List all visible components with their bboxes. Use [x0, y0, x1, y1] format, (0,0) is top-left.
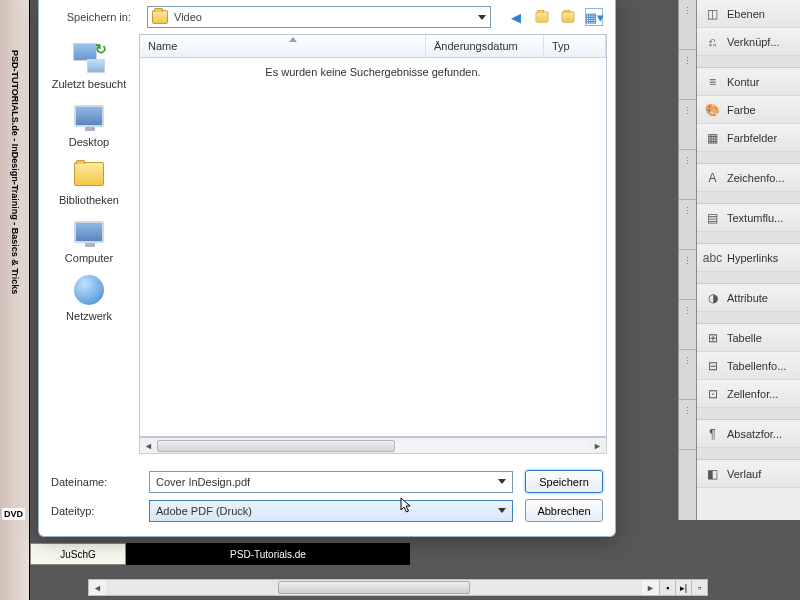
video-bottom-bar: JuSchG PSD-Tutorials.de: [30, 543, 410, 565]
save-button[interactable]: Speichern: [525, 470, 603, 493]
panel-row[interactable]: ▤Textumflu...: [697, 204, 800, 232]
panel-gap: [697, 152, 800, 164]
back-button[interactable]: ◀: [507, 8, 525, 26]
panel-icon: ⊞: [705, 330, 720, 345]
scroll-thumb[interactable]: [157, 440, 395, 452]
filename-label: Dateiname:: [51, 476, 137, 488]
panel-icon: ¶: [705, 426, 720, 441]
place-network[interactable]: Netzwerk: [66, 274, 112, 322]
toggle-handle[interactable]: ⋮: [679, 400, 696, 450]
panel-row[interactable]: ¶Absatzfor...: [697, 420, 800, 448]
document-hscroll[interactable]: ◄ ► ▪ ▸| ▫: [88, 579, 708, 596]
scroll-extra[interactable]: ▪: [659, 580, 675, 595]
toggle-handle[interactable]: ⋮: [679, 0, 696, 50]
col-type[interactable]: Typ: [544, 35, 606, 57]
panel-row[interactable]: ⊞Tabelle: [697, 324, 800, 352]
toggle-handle[interactable]: ⋮: [679, 200, 696, 250]
toggle-handle[interactable]: ⋮: [679, 100, 696, 150]
toggle-handle[interactable]: ⋮: [679, 50, 696, 100]
cancel-button[interactable]: Abbrechen: [525, 499, 603, 522]
panel-label: Ebenen: [727, 8, 765, 20]
chevron-down-icon[interactable]: [498, 479, 506, 484]
brand-box: PSD-Tutorials.de: [126, 543, 410, 565]
place-network-label: Netzwerk: [66, 310, 112, 322]
toggle-handle[interactable]: ⋮: [679, 150, 696, 200]
panel-row[interactable]: ≡Kontur: [697, 68, 800, 96]
new-folder-button[interactable]: [559, 8, 577, 26]
panel-row[interactable]: ◑Attribute: [697, 284, 800, 312]
panel-stack: ◫Ebenen⎌Verknüpf...≡Kontur🎨Farbe▦Farbfel…: [696, 0, 800, 520]
chevron-down-icon: [478, 15, 486, 20]
panel-icon: ⊟: [705, 358, 720, 373]
scroll-left-icon[interactable]: ◄: [89, 580, 106, 595]
panel-label: Attribute: [727, 292, 768, 304]
panel-icon: ▤: [705, 210, 720, 225]
toggle-handle[interactable]: ⋮: [679, 350, 696, 400]
panel-icon: ⊡: [705, 386, 720, 401]
place-libraries[interactable]: Bibliotheken: [59, 158, 119, 206]
panel-row[interactable]: ⎌Verknüpf...: [697, 28, 800, 56]
panel-toggle-strip: ⋮ ⋮ ⋮ ⋮ ⋮ ⋮ ⋮ ⋮ ⋮: [678, 0, 696, 520]
panel-icon: ◫: [705, 6, 720, 21]
panel-gap: [697, 56, 800, 68]
up-button[interactable]: [533, 8, 551, 26]
scroll-extra[interactable]: ▸|: [675, 580, 691, 595]
location-text: Video: [174, 11, 202, 23]
panel-label: Zellenfor...: [727, 388, 778, 400]
place-libraries-label: Bibliotheken: [59, 194, 119, 206]
folder-icon: [152, 10, 168, 24]
panel-label: Zeichenfo...: [727, 172, 784, 184]
panel-label: Tabellenfo...: [727, 360, 786, 372]
place-recent[interactable]: ↻ Zuletzt besucht: [52, 42, 127, 90]
panel-gap: [697, 312, 800, 324]
panel-gap: [697, 448, 800, 460]
scroll-thumb[interactable]: [278, 581, 471, 594]
filetype-label: Dateityp:: [51, 505, 137, 517]
col-name[interactable]: Name: [140, 35, 426, 57]
panel-row[interactable]: ▦Farbfelder: [697, 124, 800, 152]
panel-icon: ⎌: [705, 34, 720, 49]
panel-icon: A: [705, 170, 720, 185]
panel-icon: ◧: [705, 466, 720, 481]
panel-label: Hyperlinks: [727, 252, 778, 264]
place-computer[interactable]: Computer: [65, 216, 113, 264]
panel-label: Farbe: [727, 104, 756, 116]
filetype-combo[interactable]: Adobe PDF (Druck): [149, 500, 513, 522]
scroll-extra[interactable]: ▫: [691, 580, 707, 595]
panel-row[interactable]: ◫Ebenen: [697, 0, 800, 28]
scroll-left-icon[interactable]: ◄: [140, 438, 157, 453]
sort-asc-icon: [289, 37, 297, 42]
dvd-label: DVD: [2, 508, 25, 520]
panel-label: Verlauf: [727, 468, 761, 480]
views-button[interactable]: ▦▾: [585, 8, 603, 26]
panel-row[interactable]: ⊟Tabellenfo...: [697, 352, 800, 380]
panel-gap: [697, 272, 800, 284]
panel-gap: [697, 408, 800, 420]
panel-row[interactable]: ◧Verlauf: [697, 460, 800, 488]
scroll-right-icon[interactable]: ►: [642, 580, 659, 595]
panel-icon: abc: [705, 250, 720, 265]
col-modified[interactable]: Änderungsdatum: [426, 35, 544, 57]
panel-icon: ◑: [705, 290, 720, 305]
save-dialog: Speichern in: Video ◀ ▦▾ ↻ Zuletzt besuc…: [38, 0, 616, 537]
place-desktop[interactable]: Desktop: [69, 100, 109, 148]
panel-label: Farbfelder: [727, 132, 777, 144]
filename-input[interactable]: Cover InDesign.pdf: [149, 471, 513, 493]
location-combo[interactable]: Video: [147, 6, 491, 28]
panel-row[interactable]: abcHyperlinks: [697, 244, 800, 272]
list-hscroll[interactable]: ◄ ►: [139, 437, 607, 454]
toggle-handle[interactable]: ⋮: [679, 300, 696, 350]
chevron-down-icon[interactable]: [498, 508, 506, 513]
video-spine: PSD-TUTORIALS.de - InDesign-Training - B…: [0, 0, 30, 600]
save-in-label: Speichern in:: [51, 11, 137, 23]
panel-row[interactable]: AZeichenfo...: [697, 164, 800, 192]
scroll-right-icon[interactable]: ►: [589, 438, 606, 453]
panel-label: Textumflu...: [727, 212, 783, 224]
panel-row[interactable]: 🎨Farbe: [697, 96, 800, 124]
panel-row[interactable]: ⊡Zellenfor...: [697, 380, 800, 408]
panel-label: Absatzfor...: [727, 428, 782, 440]
toggle-handle[interactable]: ⋮: [679, 250, 696, 300]
place-computer-label: Computer: [65, 252, 113, 264]
file-listing[interactable]: Name Änderungsdatum Typ Es wurden keine …: [139, 34, 607, 437]
panel-label: Tabelle: [727, 332, 762, 344]
